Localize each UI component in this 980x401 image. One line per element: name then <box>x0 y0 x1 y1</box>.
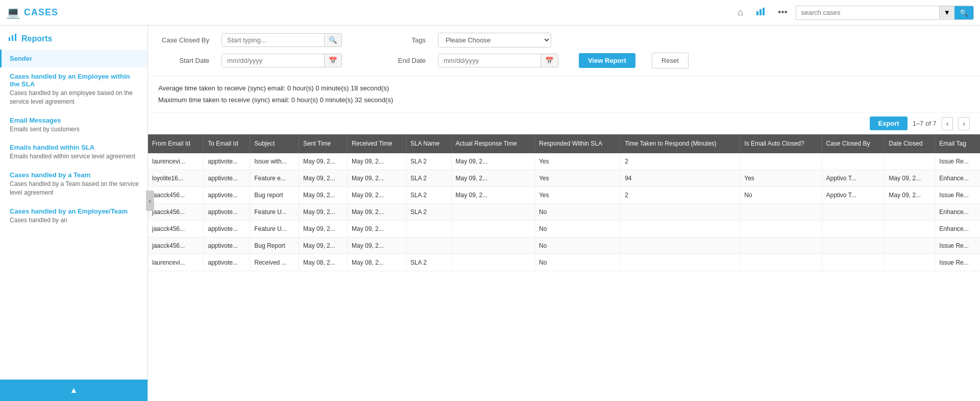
col-time-taken: Time Taken to Respond (Minutes) <box>621 134 740 153</box>
home-icon: ⌂ <box>738 7 743 17</box>
col-received-time: Received Time <box>348 134 406 153</box>
sidebar: Reports Sender Cases handled by an Emplo… <box>0 26 148 401</box>
filter-row-1: Case Closed By 🔍 Tags Please Choose <box>158 33 970 48</box>
sidebar-item-emails-within-sla-title: Emails handled within SLA <box>10 144 139 151</box>
export-button[interactable]: Export <box>870 116 907 130</box>
scroll-up-button[interactable]: ▲ <box>0 380 148 401</box>
case-closed-by-label: Case Closed By <box>158 36 209 44</box>
sidebar-item-cases-employee-team[interactable]: Cases handled by an Employee/Team Cases … <box>0 202 148 230</box>
table-row[interactable]: laurencevi...apptivote...Received ...May… <box>148 254 980 271</box>
scroll-up-icon: ▲ <box>70 386 78 394</box>
search-dropdown-button[interactable]: ▼ <box>939 6 954 19</box>
start-date-input[interactable] <box>222 54 324 67</box>
sidebar-item-email-messages[interactable]: Email Messages Emails sent by customers <box>0 111 148 139</box>
col-case-closed-by: Case Closed By <box>822 134 885 153</box>
tags-select[interactable]: Please Choose <box>438 33 551 47</box>
end-date-label: End Date <box>375 57 426 64</box>
sidebar-item-cases-employee-team-desc: Cases handled by an <box>10 216 139 225</box>
main-layout: Reports Sender Cases handled by an Emplo… <box>0 26 980 401</box>
col-to-email: To Email Id <box>204 134 250 153</box>
sidebar-title: Reports <box>21 34 52 43</box>
search-icon: 🔍 <box>960 9 968 17</box>
col-actual-response: Actual Response Time <box>451 134 534 153</box>
maximum-stat: Maximum time taken to receive (sync) ema… <box>158 96 970 104</box>
col-date-closed: Date Closed <box>885 134 935 153</box>
sidebar-chart-icon <box>8 33 17 44</box>
sidebar-item-cases-employee-sla-title: Cases handled by an Employee within the … <box>10 73 139 88</box>
svg-rect-0 <box>756 11 758 15</box>
pagination-next-button[interactable]: › <box>958 117 970 130</box>
reset-button[interactable]: Reset <box>652 53 689 68</box>
case-closed-by-input-wrap: 🔍 <box>222 33 342 47</box>
sidebar-item-email-messages-desc: Emails sent by customers <box>10 125 139 134</box>
sidebar-header: Reports <box>0 26 148 50</box>
stats-section: Average time taken to receive (sync) ema… <box>148 76 980 112</box>
logo-icon: 💻 <box>6 6 20 19</box>
svg-rect-1 <box>760 9 762 15</box>
table-controls: Export 1–7 of 7 ‹ › <box>148 112 980 134</box>
filter-bar: Case Closed By 🔍 Tags Please Choose Star… <box>148 26 980 76</box>
home-button[interactable]: ⌂ <box>733 5 747 20</box>
calendar-icon: 📅 <box>545 57 554 64</box>
sidebar-item-cases-by-team-desc: Cases handled by a Team based on the ser… <box>10 180 139 197</box>
more-button[interactable]: ••• <box>774 5 792 20</box>
filter-row-2: Start Date 📅 End Date 📅 View Report Rese… <box>158 53 970 68</box>
calendar-icon: 📅 <box>329 57 337 64</box>
table-body: laurencevi...apptivote...Issue with...Ma… <box>148 153 980 271</box>
end-date-calendar-button[interactable]: 📅 <box>541 54 558 67</box>
sidebar-item-cases-employee-sla[interactable]: Cases handled by an Employee within the … <box>0 67 148 111</box>
data-table: From Email Id To Email Id Subject Sent T… <box>148 134 980 271</box>
view-report-button[interactable]: View Report <box>579 53 635 68</box>
table-row[interactable]: laurencevi...apptivote...Issue with...Ma… <box>148 153 980 170</box>
search-area: ▼ 🔍 <box>796 6 974 20</box>
col-sla-name: SLA Name <box>406 134 451 153</box>
col-sent-time: Sent Time <box>299 134 348 153</box>
col-responded-within: Responded Within SLA <box>534 134 620 153</box>
col-from-email: From Email Id <box>148 134 204 153</box>
logo-area: 💻 CASES <box>6 6 58 19</box>
app-title: CASES <box>24 7 58 18</box>
case-closed-by-input[interactable] <box>222 34 324 46</box>
table-row[interactable]: jaacck456...apptivote...Feature U...May … <box>148 220 980 237</box>
case-closed-by-search-button[interactable]: 🔍 <box>324 34 341 46</box>
start-date-label: Start Date <box>158 57 209 64</box>
more-icon: ••• <box>778 7 788 17</box>
table-row[interactable]: loyolite16...apptivote...Feature e...May… <box>148 170 980 186</box>
search-icon: 🔍 <box>329 36 337 44</box>
sidebar-item-cases-by-team-title: Cases handled by a Team <box>10 171 139 179</box>
search-input[interactable] <box>796 6 939 19</box>
sidebar-collapse-button[interactable]: ‹ <box>146 191 154 211</box>
chart-icon <box>755 8 766 18</box>
nav-icons: ⌂ ••• ▼ 🔍 <box>733 4 974 21</box>
table-wrap: From Email Id To Email Id Subject Sent T… <box>148 134 980 276</box>
start-date-input-wrap: 📅 <box>222 54 342 67</box>
sidebar-item-sender-title: Sender <box>10 55 139 62</box>
sidebar-item-cases-employee-sla-desc: Cases handled by an employee based on th… <box>10 89 139 106</box>
table-header-row: From Email Id To Email Id Subject Sent T… <box>148 134 980 153</box>
table-row[interactable]: jaacck456...apptivote...Bug ReportMay 09… <box>148 237 980 254</box>
chevron-down-icon: ▼ <box>944 9 950 16</box>
tags-label: Tags <box>375 36 426 44</box>
svg-rect-3 <box>9 37 10 41</box>
average-stat: Average time taken to receive (sync) ema… <box>158 84 970 92</box>
svg-rect-2 <box>763 8 765 15</box>
col-subject: Subject <box>250 134 299 153</box>
pagination-info: 1–7 of 7 <box>913 120 937 127</box>
table-row[interactable]: jaacck456...apptivote...Bug reportMay 09… <box>148 186 980 203</box>
sidebar-item-cases-by-team[interactable]: Cases handled by a Team Cases handled by… <box>0 166 148 202</box>
chart-button[interactable] <box>751 4 770 21</box>
end-date-input[interactable] <box>438 54 541 67</box>
sidebar-item-cases-employee-team-title: Cases handled by an Employee/Team <box>10 207 139 215</box>
end-date-input-wrap: 📅 <box>438 54 558 67</box>
top-nav: 💻 CASES ⌂ ••• ▼ 🔍 <box>0 0 980 26</box>
table-row[interactable]: jaacck456...apptivote...Feature U...May … <box>148 203 980 220</box>
sidebar-item-emails-within-sla-desc: Emails handled within service level agre… <box>10 152 139 161</box>
content-area: Case Closed By 🔍 Tags Please Choose Star… <box>148 26 980 401</box>
start-date-calendar-button[interactable]: 📅 <box>324 54 341 67</box>
svg-rect-4 <box>12 35 13 41</box>
sidebar-item-emails-within-sla[interactable]: Emails handled within SLA Emails handled… <box>0 138 148 166</box>
pagination-prev-button[interactable]: ‹ <box>942 117 953 130</box>
search-go-button[interactable]: 🔍 <box>954 6 973 19</box>
sidebar-item-sender[interactable]: Sender <box>0 50 148 67</box>
tags-select-wrap: Please Choose <box>438 33 551 48</box>
